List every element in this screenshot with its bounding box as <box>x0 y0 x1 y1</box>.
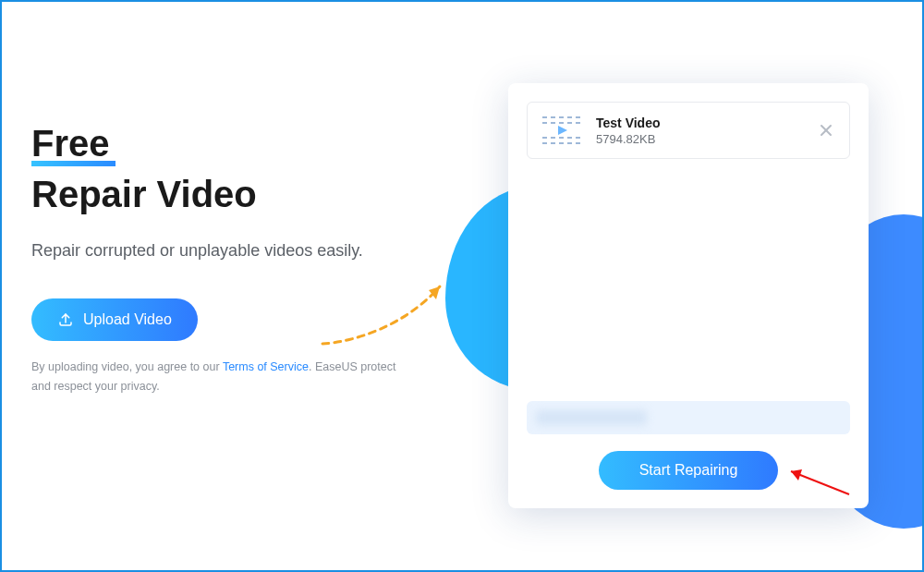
hero-section: Free Repair Video Repair corrupted or un… <box>31 124 401 396</box>
upload-icon <box>57 311 74 328</box>
uploaded-file-row: Test Video 5794.82KB <box>527 102 850 159</box>
terms-link[interactable]: Terms of Service <box>223 360 309 373</box>
start-repairing-button[interactable]: Start Repairing <box>599 451 779 490</box>
terms-text: By uploading video, you agree to our Ter… <box>31 358 401 397</box>
file-info: Test Video 5794.82KB <box>596 116 807 146</box>
headline-free: Free <box>31 124 110 163</box>
upload-video-button[interactable]: Upload Video <box>31 298 198 341</box>
headline-repair: Repair Video <box>31 172 401 216</box>
video-thumbnail-icon <box>541 114 583 147</box>
hero-subhead: Repair corrupted or unplayable videos ea… <box>31 237 401 265</box>
terms-prefix: By uploading video, you agree to our <box>31 360 223 373</box>
upload-button-label: Upload Video <box>83 311 172 328</box>
file-name: Test Video <box>596 116 807 130</box>
email-input-blurred[interactable] <box>527 401 850 434</box>
file-size: 5794.82KB <box>596 132 807 146</box>
start-button-label: Start Repairing <box>639 462 738 478</box>
remove-file-button[interactable] <box>820 122 836 139</box>
upload-panel: Test Video 5794.82KB Start Repairing <box>508 83 869 508</box>
close-icon <box>820 124 836 137</box>
